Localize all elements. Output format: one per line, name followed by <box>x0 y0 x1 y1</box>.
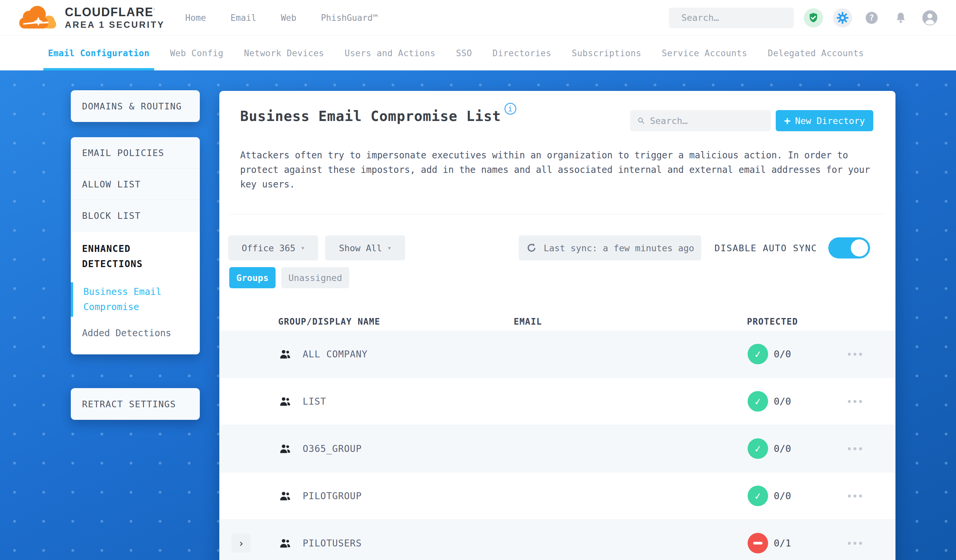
table-row: › PILOTGROUP 0/0 <box>219 472 895 520</box>
sidebar-label: BLOCK LIST <box>82 210 141 221</box>
info-icon[interactable]: i <box>505 103 516 115</box>
tab-service-accounts[interactable]: Service Accounts <box>662 36 747 71</box>
group-name: ALL COMPANY <box>303 349 368 360</box>
sidebar-label: RETRACT SETTINGS <box>82 399 176 409</box>
sidebar-item-email-policies[interactable]: EMAIL POLICIES <box>71 137 200 169</box>
tab-users-and-actions[interactable]: Users and Actions <box>345 36 436 71</box>
help-icon[interactable]: ? <box>862 8 881 27</box>
expand-row-button[interactable]: › <box>231 533 251 553</box>
refresh-icon <box>526 242 538 254</box>
tab-subscriptions[interactable]: Subscriptions <box>572 36 642 71</box>
sidebar-label: ALLOW LIST <box>82 179 141 190</box>
sidebar-item-business-email-compromise[interactable]: Business Email Compromise <box>71 282 189 317</box>
tab-delegated-accounts[interactable]: Delegated Accounts <box>768 36 864 71</box>
group-name: LIST <box>303 396 326 407</box>
gear-icon[interactable] <box>833 8 852 27</box>
directory-select-value: Office 365 <box>242 243 296 253</box>
auto-sync-toggle[interactable] <box>828 237 870 259</box>
content-canvas: DOMAINS & ROUTING EMAIL POLICIES ALLOW L… <box>0 71 956 560</box>
group-icon <box>279 442 292 455</box>
sidebar-item-domains-routing[interactable]: DOMAINS & ROUTING <box>71 90 200 122</box>
show-filter-value: Show All <box>339 243 382 253</box>
global-search-input[interactable] <box>681 13 795 23</box>
sidebar-section-enhanced-detections: ENHANCED DETECTIONS Business Email Compr… <box>71 231 200 355</box>
row-menu-button[interactable] <box>843 347 867 361</box>
tab-email-configuration[interactable]: Email Configuration <box>48 36 149 71</box>
sidebar-item-enhanced-detections[interactable]: ENHANCED DETECTIONS <box>82 241 189 272</box>
tab-network-devices[interactable]: Network Devices <box>244 36 324 71</box>
new-directory-label: New Directory <box>795 116 865 126</box>
table-row: › PILOTUSERS 0/1 <box>219 520 895 560</box>
auto-sync-label: DISABLE AUTO SYNC <box>714 235 817 260</box>
directory-select[interactable]: Office 365 ▾ <box>228 235 318 260</box>
cloudflare-cloud-icon <box>17 4 59 32</box>
row-menu-button[interactable] <box>843 394 867 409</box>
group-name: O365_GROUP <box>303 443 362 454</box>
row-menu-button[interactable] <box>843 441 867 456</box>
tab-groups[interactable]: Groups <box>229 267 275 288</box>
brand-name: CLOUDFLARE' <box>65 5 165 19</box>
sidebar-label: DOMAINS & ROUTING <box>82 101 182 111</box>
brand-text: CLOUDFLARE' AREA 1 SECURITY <box>65 5 165 30</box>
plus-icon: + <box>784 115 790 127</box>
column-header-group-display-name: GROUP/DISPLAY NAME <box>278 317 381 326</box>
sidebar-item-added-detections[interactable]: Added Detections <box>82 326 189 340</box>
table-row: › ALL COMPANY 0/0 <box>219 331 895 378</box>
protected-status-badge <box>748 486 768 506</box>
table-row: › O365_GROUP 0/0 <box>219 425 895 472</box>
protected-status-badge <box>748 533 768 554</box>
topbar-right-cluster: ? <box>669 8 939 28</box>
tab-unassigned[interactable]: Unassigned <box>281 267 349 288</box>
last-sync-text: Last sync: a few minutes ago <box>544 243 694 253</box>
protected-count: 0/0 <box>774 348 791 360</box>
list-search-input[interactable] <box>650 116 764 126</box>
group-icon <box>279 490 292 502</box>
toggle-knob <box>851 239 868 257</box>
list-search[interactable] <box>630 110 771 131</box>
tab-sso[interactable]: SSO <box>456 36 472 71</box>
row-menu-button[interactable] <box>843 536 867 551</box>
top-bar: CLOUDFLARE' AREA 1 SECURITY Home Email W… <box>0 0 956 35</box>
table-row: › LIST 0/0 <box>219 378 895 425</box>
group-table: › ALL COMPANY 0/0 › LIST 0/0 <box>219 331 895 560</box>
bell-icon[interactable] <box>891 8 910 27</box>
shield-check-icon[interactable] <box>804 8 823 27</box>
user-avatar-icon[interactable] <box>920 8 939 27</box>
column-header-email: EMAIL <box>514 317 542 326</box>
cloudflare-logo: CLOUDFLARE' AREA 1 SECURITY <box>17 4 165 32</box>
page-description: Attackers often try to impersonate execu… <box>240 148 870 191</box>
new-directory-button[interactable]: + New Directory <box>776 110 873 131</box>
protected-status-badge <box>748 344 768 364</box>
tab-web-config[interactable]: Web Config <box>170 36 223 71</box>
protected-count: 0/0 <box>774 443 791 454</box>
column-header-protected: PROTECTED <box>747 317 798 326</box>
last-sync-button[interactable]: Last sync: a few minutes ago <box>519 235 701 260</box>
sidebar-item-allow-list[interactable]: ALLOW LIST <box>71 169 200 200</box>
protected-count: 0/0 <box>774 396 791 407</box>
topnav-email[interactable]: Email <box>231 13 256 23</box>
svg-text:?: ? <box>870 13 874 22</box>
show-filter-select[interactable]: Show All ▾ <box>325 235 405 260</box>
main-card: Business Email Compromise Listi + New Di… <box>219 91 895 560</box>
protected-count: 0/0 <box>774 490 791 502</box>
row-menu-button[interactable] <box>843 489 867 503</box>
tab-directories[interactable]: Directories <box>492 36 552 71</box>
group-icon <box>279 537 292 549</box>
protected-status-badge <box>748 391 768 412</box>
brand-mark: ' <box>154 8 155 13</box>
protected-status-badge <box>748 438 768 459</box>
page-title: Business Email Compromise Listi <box>240 108 516 124</box>
topnav-web[interactable]: Web <box>281 13 296 23</box>
group-name: PILOTUSERS <box>303 538 362 549</box>
global-search[interactable] <box>669 8 794 28</box>
secondary-nav: Email Configuration Web Config Network D… <box>0 35 956 71</box>
topnav-phishguard[interactable]: PhishGuard™ <box>321 13 378 23</box>
sidebar-label: EMAIL POLICIES <box>82 148 164 158</box>
sidebar-item-block-list[interactable]: BLOCK LIST <box>71 200 200 231</box>
topnav-home[interactable]: Home <box>185 13 206 23</box>
chevron-down-icon: ▾ <box>387 244 392 252</box>
sidebar-item-retract-settings[interactable]: RETRACT SETTINGS <box>71 388 200 420</box>
search-icon <box>637 116 645 125</box>
group-icon <box>279 348 292 360</box>
group-name: PILOTGROUP <box>303 491 362 502</box>
